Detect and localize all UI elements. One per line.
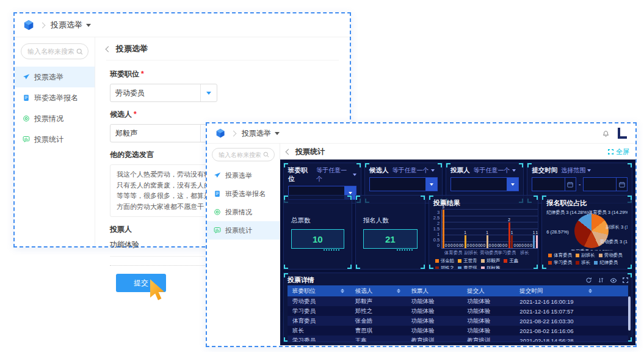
sort-icon[interactable] <box>588 289 592 293</box>
table-header-cell[interactable]: 候选人 <box>350 285 407 296</box>
bar-value-label: 0 <box>456 244 458 248</box>
table-cell: 功能体验 <box>407 306 463 316</box>
app-title-dropdown[interactable]: 投票选举 <box>242 128 280 139</box>
stat-label: 总票数 <box>291 216 311 225</box>
sidebar-item-2[interactable]: 投票情况 <box>207 203 280 221</box>
fullscreen-button[interactable]: 全屏 <box>608 147 629 156</box>
filter-operator-dropdown[interactable]: 选择范围 <box>561 166 591 175</box>
breadcrumb-chevron-icon <box>231 130 237 136</box>
back-chevron-icon[interactable] <box>286 148 292 155</box>
chevron-down-icon <box>86 24 91 27</box>
table-cell-empty <box>598 296 628 306</box>
table-toolbar: 投票详情 <box>288 275 628 285</box>
legend-item[interactable]: 郑性之 <box>435 265 455 270</box>
sort-up-arrow <box>341 289 344 291</box>
table-cell: 教育培训 <box>407 336 463 342</box>
calendar-icon[interactable] <box>565 178 576 191</box>
sidebar-search[interactable] <box>212 148 275 161</box>
bar-chart-title: 投票结果 <box>433 199 534 208</box>
expand-icon[interactable] <box>623 277 628 283</box>
bar-slot: 0 <box>513 244 516 249</box>
legend-item[interactable]: 班长 <box>576 260 590 266</box>
bar-chart: 32.521.510.50 30000000100000001000000021… <box>433 210 534 249</box>
bar-value-label: 0 <box>505 244 508 248</box>
table-cell-empty <box>598 316 628 326</box>
sidebar-item-2[interactable]: 投票情况 <box>15 108 95 129</box>
filter-operator-dropdown[interactable]: 等于任意一个 <box>474 166 516 175</box>
sort-rows-icon[interactable] <box>598 277 604 284</box>
legend-label: 纪律委员 <box>599 260 618 266</box>
legend-item[interactable]: 王鑫 <box>504 258 518 264</box>
calendar-icon[interactable] <box>616 178 627 191</box>
app-title-dropdown[interactable]: 投票选举 <box>51 20 91 31</box>
filter-operator-dropdown[interactable]: 等于任意一个 <box>316 166 356 183</box>
table-cell: 功能体验 <box>407 296 463 306</box>
table-header-row: 班委职位候选人投票人提交人提交时间 <box>288 285 628 296</box>
sidebar-item-1[interactable]: 班委选举报名 <box>207 185 280 203</box>
date-start-input[interactable] <box>532 177 576 191</box>
required-asterisk: * <box>141 70 144 78</box>
sidebar-item-0[interactable]: 投票选举 <box>15 67 95 87</box>
legend-item[interactable]: 学习委员 <box>548 260 572 266</box>
eye-icon[interactable] <box>610 277 617 284</box>
bar-slot: 1 <box>486 231 488 249</box>
sidebar-item-0[interactable]: 投票选举 <box>207 166 280 185</box>
pie-slice-label: 6 (28.57%) <box>546 229 569 235</box>
sidebar-item-label: 投票选举 <box>225 171 252 180</box>
filter-operator-dropdown[interactable]: 等于任意一个 <box>393 166 435 175</box>
cursor-pointer-icon <box>149 279 167 306</box>
table-header-cell[interactable]: 提交时间 <box>515 285 598 296</box>
bell-icon[interactable] <box>602 130 610 138</box>
filter-select[interactable] <box>450 177 519 191</box>
sort-icon[interactable] <box>341 289 344 293</box>
chevron-down-icon <box>353 174 356 176</box>
bar-slot: 1 <box>533 231 535 249</box>
bar-value-label: 0 <box>454 244 456 248</box>
date-end-input[interactable] <box>583 177 628 191</box>
position-select[interactable]: 劳动委员 <box>110 84 217 102</box>
legend-item[interactable]: 曹思琪 <box>458 265 477 270</box>
bar-slot: 0 <box>450 244 453 249</box>
refresh-icon[interactable] <box>585 277 592 284</box>
search-input[interactable] <box>26 47 76 56</box>
legend-item[interactable]: 张金皓 <box>435 258 455 264</box>
sidebar-item-3[interactable]: 投票统计 <box>15 129 95 150</box>
legend-item[interactable]: 副班长 <box>576 252 595 258</box>
column-label: 候选人 <box>355 287 373 294</box>
legend-item[interactable]: 赵秋雅 <box>481 265 501 270</box>
search-input[interactable] <box>217 151 263 159</box>
bar-slot: 0 <box>519 244 521 249</box>
filter-select[interactable] <box>369 177 438 191</box>
table-header-cell[interactable]: 班委职位 <box>288 285 350 296</box>
legend-item[interactable]: 劳动委员 <box>599 252 623 258</box>
bar <box>465 235 466 248</box>
table-row: 班长曹思琪功能体验功能体验2021-08-02 16:16:06 <box>288 326 628 336</box>
sidebar-search[interactable] <box>21 43 89 59</box>
legend-item[interactable]: 王世青 <box>458 258 477 264</box>
chevron-down-icon <box>430 183 433 186</box>
table-header-cell: 提交人 <box>462 285 515 296</box>
x-tick-label: 班长 <box>516 250 534 256</box>
sidebar: 投票选举班委选举报名投票情况投票统计 <box>207 144 280 345</box>
table-scrollbar[interactable] <box>628 296 631 331</box>
target-icon <box>214 208 221 216</box>
sort-icon[interactable] <box>397 289 400 293</box>
legend-item[interactable]: 纪律委员 <box>594 260 618 266</box>
legend-item[interactable]: 体育委员 <box>548 252 572 258</box>
x-tick-label: 劳动委员 <box>480 250 497 256</box>
field-label-text: 投票人 <box>110 225 132 233</box>
pie-slice-label: 副班长 3 (1 <box>606 224 628 230</box>
sort-down-arrow <box>588 292 592 293</box>
table-cell: 王鑫 <box>350 336 407 342</box>
candidate-select[interactable]: 郑毅声 <box>110 124 217 142</box>
sidebar-item-3[interactable]: 投票统计 <box>207 221 280 240</box>
back-chevron-icon[interactable] <box>106 46 112 52</box>
legend-item[interactable]: 郑毅声 <box>481 258 501 264</box>
bar <box>533 235 535 248</box>
table-cell: 张金皓 <box>350 316 407 326</box>
bar-slot: 0 <box>447 244 450 249</box>
window2-topbar: 投票选举 <box>207 123 635 144</box>
app-logo-cube-icon <box>23 20 34 31</box>
sidebar-item-1[interactable]: 班委选举报名 <box>15 87 95 108</box>
y-axis: 32.521.510.50 <box>433 210 441 248</box>
